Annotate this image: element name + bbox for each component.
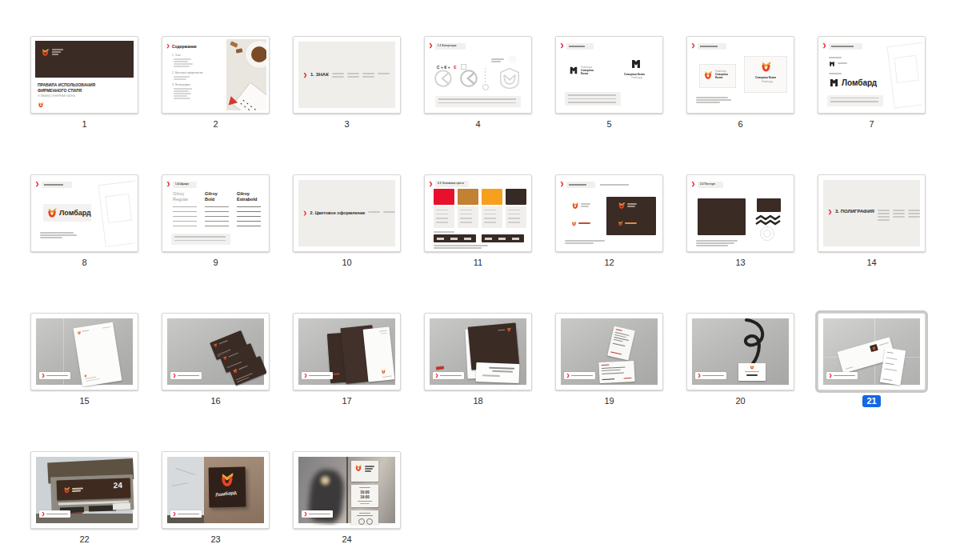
text-line [365, 468, 373, 470]
slide-thumbnail-18[interactable]: ❯ 18 [424, 313, 532, 407]
brand-mark-mono-icon [630, 58, 642, 70]
section-items [362, 73, 374, 78]
slide-caption-selected[interactable]: 21 [862, 395, 880, 407]
section-panel: ❯ 2. Цветовое оформление [298, 180, 395, 246]
photo-background: ❯ [298, 318, 395, 385]
section-items [332, 73, 344, 78]
text-line [46, 514, 68, 515]
slide-caption[interactable]: 15 [75, 395, 93, 407]
slide-caption[interactable]: 13 [731, 257, 749, 269]
slide-caption[interactable]: 10 [338, 257, 355, 269]
chevron-icon: ❯ [173, 510, 176, 518]
alphabet-sample [237, 206, 261, 227]
thumb-frame: ❯ [293, 313, 401, 390]
door-sign-info [351, 510, 378, 526]
slide-thumbnail-21[interactable]: ❯ 21 [818, 313, 926, 407]
slide-caption[interactable]: 2 [209, 118, 222, 130]
contents-title: Содержание [172, 44, 197, 49]
text-line [700, 46, 718, 47]
letterhead-sheet [74, 322, 122, 387]
slide-caption[interactable]: 5 [602, 118, 615, 130]
type-specimen: Gilroy Regular [173, 191, 202, 202]
slide-thumbnail-8[interactable]: ❯ Ломбард 8 [30, 174, 138, 269]
header-pill: 1.4 Шрифт [173, 182, 197, 188]
slide-caption[interactable]: 7 [865, 118, 878, 130]
text-line [565, 240, 605, 242]
thumb-frame: ❯ 1. ЗНАК [293, 36, 401, 114]
slide-thumbnail-24[interactable]: 10:00 19:00 ❯ 24 [293, 451, 401, 546]
slide-caption[interactable]: 16 [206, 395, 224, 407]
brand-logo-icon [41, 48, 50, 57]
slide-thumbnail-11[interactable]: ❯ 2.1 Основные цвета 11 [424, 174, 532, 269]
slide-thumbnail-17[interactable]: ❯ 17 [293, 313, 401, 407]
slide-caption[interactable]: 17 [338, 395, 355, 407]
slide-thumbnail-4[interactable]: ❯ 1.1 Концепция С + К + Е 4 [424, 36, 532, 130]
chevron-icon: ❯ [166, 182, 170, 187]
text-line [610, 351, 622, 355]
slide-caption[interactable]: 1 [78, 118, 90, 130]
slide-photo-door: 10:00 19:00 ❯ [296, 454, 398, 526]
slide-caption[interactable]: 24 [338, 534, 355, 546]
photo-background: ❯ [823, 318, 920, 385]
storefront-window [894, 55, 919, 83]
logo-mark [333, 373, 339, 375]
brand-logo-icon [354, 464, 362, 472]
slide-thumbnail-12[interactable]: ❯ 12 [555, 174, 663, 269]
brand-logo-icon [46, 207, 58, 218]
text-line [174, 95, 187, 97]
chevron-icon: ❯ [35, 182, 39, 187]
slide-photo-box: ❯ [821, 316, 922, 387]
slide-thumbnail-5[interactable]: ❯ Ломбард Северная Казна Северная Казна … [555, 36, 663, 130]
slide-caption[interactable]: 12 [600, 257, 618, 269]
ghost-circle [760, 226, 774, 241]
slide-caption[interactable]: 18 [469, 395, 486, 407]
text-line [581, 203, 590, 205]
photo-label: ❯ [39, 372, 70, 379]
slide-photo-tags: ❯ [558, 316, 660, 387]
chevron-icon: ❯ [429, 43, 433, 49]
wordmark-line [578, 222, 590, 224]
slide-thumbnail-22[interactable]: 24 ❯ 22 [30, 451, 138, 546]
photo-background: ❯ [36, 318, 133, 385]
slide-thumbnail-14[interactable]: ❯ 3. ПОЛИГРАФИЯ 14 [818, 174, 926, 269]
text-line [218, 340, 228, 344]
slide-thumbnail-13[interactable]: ❯ 2.2 Паттерн 13 [686, 174, 794, 269]
photo-label: ❯ [170, 372, 202, 379]
slide-caption[interactable]: 22 [75, 534, 93, 546]
storefront-outline [886, 42, 922, 108]
thumb-frame: ❯ 1.1 Концепция С + К + Е [424, 36, 532, 114]
text-line [72, 487, 83, 489]
slide-caption[interactable]: 6 [734, 118, 746, 130]
slide-logo-block: ❯ Ломбард [821, 39, 922, 110]
slide-thumbnail-6[interactable]: ❯ Ломбард Северная Казна Северная Казна … [686, 36, 794, 130]
slide-thumbnail-7[interactable]: ❯ Ломбард 7 [818, 36, 926, 130]
slide-caption[interactable]: 11 [470, 257, 486, 269]
slide-caption[interactable]: 20 [731, 395, 749, 407]
section-items [908, 210, 920, 218]
slide-thumbnail-16[interactable]: ❯ 16 [162, 313, 270, 407]
cover-hero-panel [35, 41, 134, 78]
slide-caption[interactable]: 3 [340, 118, 353, 130]
slide-thumbnail-10[interactable]: ❯ 2. Цветовое оформление 10 [293, 174, 401, 269]
slide-thumbnail-20[interactable]: ❯ 20 [686, 313, 794, 407]
slide-caption[interactable]: 19 [600, 395, 618, 407]
photo-label: ❯ [564, 372, 595, 379]
slide-thumbnail-3[interactable]: ❯ 1. ЗНАК 3 [293, 36, 401, 130]
pattern-swatch-large [698, 198, 746, 235]
swatch-info [482, 206, 502, 228]
slide-caption[interactable]: 23 [206, 534, 224, 546]
slide-thumbnail-1[interactable]: ПРАВИЛА ИСПОЛЬЗОВАНИЯ ФИРМЕННОГО СТИЛЯ Л… [30, 36, 138, 130]
slide-caption[interactable]: 9 [209, 257, 222, 269]
header-pill: 2.1 Основные цвета [435, 181, 469, 187]
slide-caption[interactable]: 8 [78, 257, 90, 269]
slide-thumbnail-2[interactable]: ❯ Содержание 1. Знак 2. Цветовое оформле… [162, 36, 270, 130]
slide-thumbnail-15[interactable]: ❯ 15 [30, 313, 138, 407]
header-pill [42, 182, 72, 188]
slide-thumbnail-9[interactable]: ❯ 1.4 Шрифт Gilroy Regular Gilroy Bold G… [162, 174, 270, 269]
description-box [171, 234, 230, 245]
slide-caption[interactable]: 14 [862, 257, 880, 269]
slide-thumbnail-23[interactable]: Ломбард ❯ 23 [162, 451, 270, 546]
text-line [616, 329, 622, 331]
slide-caption[interactable]: 4 [471, 118, 484, 130]
slide-thumbnail-19[interactable]: ❯ 19 [555, 313, 663, 407]
